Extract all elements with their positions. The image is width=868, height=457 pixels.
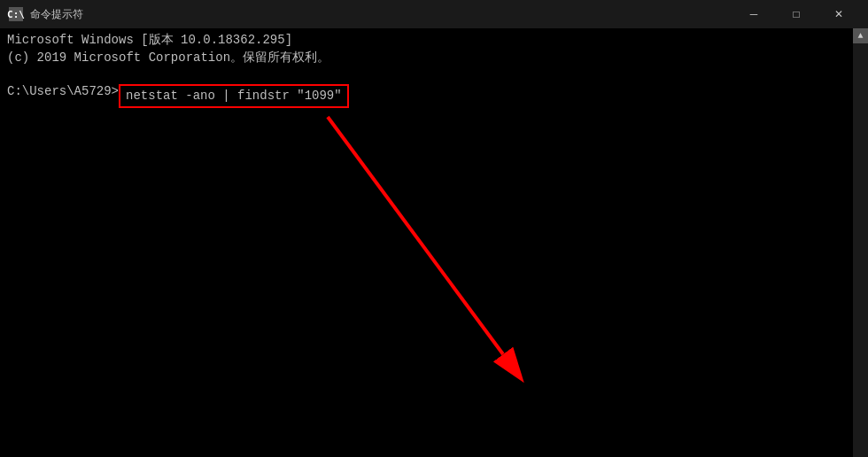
- minimize-button[interactable]: ─: [733, 0, 774, 28]
- cmd-icon: C:\: [9, 7, 23, 21]
- line-1: Microsoft Windows [版本 10.0.18362.295]: [7, 32, 861, 50]
- svg-line-1: [328, 117, 503, 354]
- maximize-button[interactable]: □: [776, 0, 817, 28]
- line-3: [7, 66, 861, 84]
- window-controls: ─ □ ✕: [733, 0, 859, 28]
- line-2: (c) 2019 Microsoft Corporation。保留所有权利。: [7, 50, 861, 67]
- prompt: C:\Users\A5729>: [7, 84, 119, 98]
- cmd-window: C:\ 命令提示符 ─ □ ✕ Microsoft Windows [版本 10…: [0, 0, 868, 457]
- window-title: 命令提示符: [30, 7, 83, 22]
- scrollbar-right[interactable]: ▲: [853, 28, 868, 457]
- title-bar-left: C:\ 命令提示符: [9, 7, 83, 22]
- close-button[interactable]: ✕: [818, 0, 859, 28]
- scroll-up[interactable]: ▲: [853, 28, 868, 43]
- terminal-body[interactable]: Microsoft Windows [版本 10.0.18362.295] (c…: [0, 28, 868, 457]
- title-bar: C:\ 命令提示符 ─ □ ✕: [0, 0, 868, 28]
- prompt-line: C:\Users\A5729> netstat -ano | findstr "…: [7, 84, 861, 109]
- command-box: netstat -ano | findstr "1099": [119, 84, 349, 109]
